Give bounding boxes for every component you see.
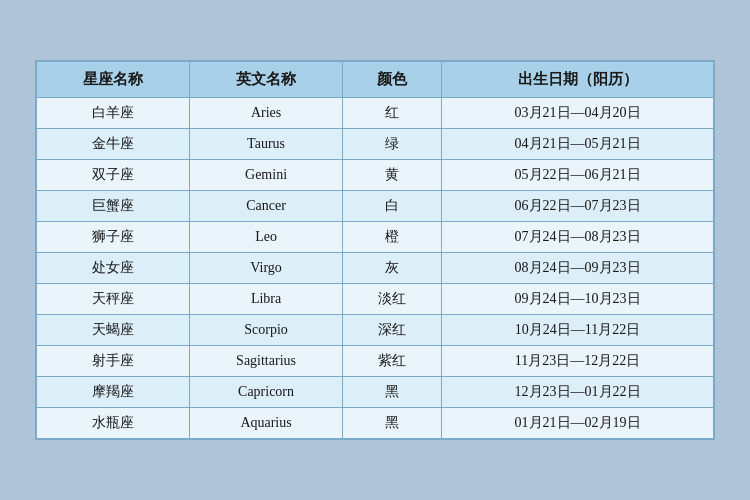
cell-dates: 01月21日—02月19日 — [442, 408, 714, 439]
cell-chinese-name: 处女座 — [37, 253, 190, 284]
cell-color: 橙 — [343, 222, 442, 253]
table-row: 天秤座Libra淡红09月24日—10月23日 — [37, 284, 714, 315]
table-row: 巨蟹座Cancer白06月22日—07月23日 — [37, 191, 714, 222]
cell-dates: 09月24日—10月23日 — [442, 284, 714, 315]
table-row: 摩羯座Capricorn黑12月23日—01月22日 — [37, 377, 714, 408]
header-chinese-name: 星座名称 — [37, 62, 190, 98]
table-row: 双子座Gemini黄05月22日—06月21日 — [37, 160, 714, 191]
cell-chinese-name: 狮子座 — [37, 222, 190, 253]
cell-dates: 08月24日—09月23日 — [442, 253, 714, 284]
cell-color: 黄 — [343, 160, 442, 191]
cell-english-name: Virgo — [190, 253, 343, 284]
cell-dates: 03月21日—04月20日 — [442, 98, 714, 129]
cell-chinese-name: 天蝎座 — [37, 315, 190, 346]
header-dates: 出生日期（阳历） — [442, 62, 714, 98]
table-row: 狮子座Leo橙07月24日—08月23日 — [37, 222, 714, 253]
cell-color: 红 — [343, 98, 442, 129]
cell-dates: 07月24日—08月23日 — [442, 222, 714, 253]
cell-color: 淡红 — [343, 284, 442, 315]
cell-dates: 12月23日—01月22日 — [442, 377, 714, 408]
cell-dates: 06月22日—07月23日 — [442, 191, 714, 222]
header-english-name: 英文名称 — [190, 62, 343, 98]
table-row: 水瓶座Aquarius黑01月21日—02月19日 — [37, 408, 714, 439]
cell-chinese-name: 双子座 — [37, 160, 190, 191]
cell-chinese-name: 巨蟹座 — [37, 191, 190, 222]
cell-chinese-name: 金牛座 — [37, 129, 190, 160]
table-header-row: 星座名称 英文名称 颜色 出生日期（阳历） — [37, 62, 714, 98]
table-row: 射手座Sagittarius紫红11月23日—12月22日 — [37, 346, 714, 377]
cell-dates: 04月21日—05月21日 — [442, 129, 714, 160]
table-row: 天蝎座Scorpio深红10月24日—11月22日 — [37, 315, 714, 346]
cell-english-name: Aries — [190, 98, 343, 129]
cell-english-name: Capricorn — [190, 377, 343, 408]
cell-dates: 11月23日—12月22日 — [442, 346, 714, 377]
zodiac-table-container: 星座名称 英文名称 颜色 出生日期（阳历） 白羊座Aries红03月21日—04… — [35, 60, 715, 440]
cell-english-name: Cancer — [190, 191, 343, 222]
table-row: 白羊座Aries红03月21日—04月20日 — [37, 98, 714, 129]
cell-dates: 05月22日—06月21日 — [442, 160, 714, 191]
cell-dates: 10月24日—11月22日 — [442, 315, 714, 346]
cell-color: 紫红 — [343, 346, 442, 377]
cell-color: 灰 — [343, 253, 442, 284]
cell-chinese-name: 白羊座 — [37, 98, 190, 129]
cell-color: 绿 — [343, 129, 442, 160]
table-body: 白羊座Aries红03月21日—04月20日金牛座Taurus绿04月21日—0… — [37, 98, 714, 439]
cell-chinese-name: 射手座 — [37, 346, 190, 377]
cell-english-name: Aquarius — [190, 408, 343, 439]
cell-english-name: Gemini — [190, 160, 343, 191]
table-row: 金牛座Taurus绿04月21日—05月21日 — [37, 129, 714, 160]
cell-english-name: Taurus — [190, 129, 343, 160]
cell-english-name: Scorpio — [190, 315, 343, 346]
cell-color: 白 — [343, 191, 442, 222]
cell-chinese-name: 水瓶座 — [37, 408, 190, 439]
cell-color: 深红 — [343, 315, 442, 346]
header-color: 颜色 — [343, 62, 442, 98]
cell-english-name: Sagittarius — [190, 346, 343, 377]
cell-color: 黑 — [343, 408, 442, 439]
cell-chinese-name: 摩羯座 — [37, 377, 190, 408]
table-row: 处女座Virgo灰08月24日—09月23日 — [37, 253, 714, 284]
cell-english-name: Libra — [190, 284, 343, 315]
cell-color: 黑 — [343, 377, 442, 408]
cell-english-name: Leo — [190, 222, 343, 253]
cell-chinese-name: 天秤座 — [37, 284, 190, 315]
zodiac-table: 星座名称 英文名称 颜色 出生日期（阳历） 白羊座Aries红03月21日—04… — [36, 61, 714, 439]
